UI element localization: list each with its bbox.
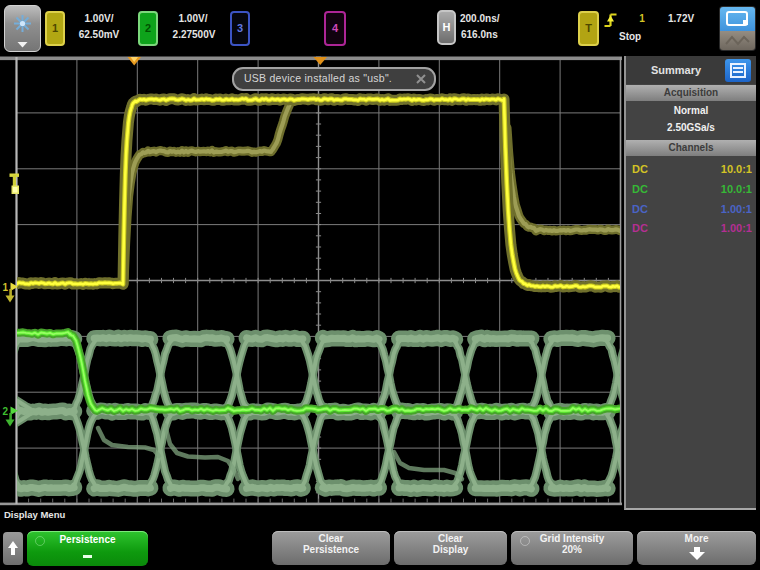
svg-text:1: 1	[3, 282, 9, 293]
svg-text:2: 2	[3, 406, 9, 417]
